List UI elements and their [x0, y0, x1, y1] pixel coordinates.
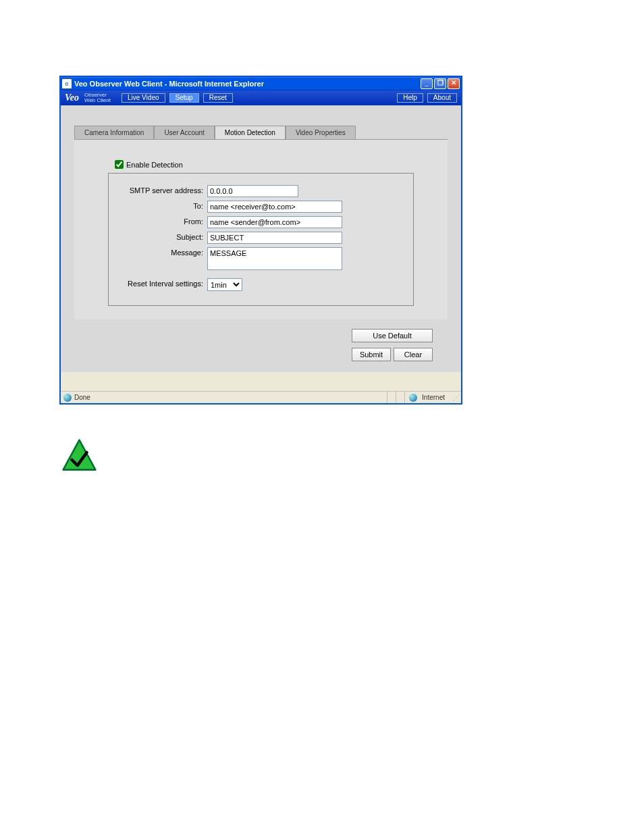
done-icon — [63, 394, 72, 402]
message-label: Message: — [119, 247, 207, 257]
submit-button[interactable]: Submit — [352, 348, 391, 361]
titlebar: e Veo Observer Web Client - Microsoft In… — [61, 77, 461, 90]
enable-detection-label: Enable Detection — [126, 161, 183, 169]
subject-label: Subject: — [119, 232, 207, 241]
window-title: Veo Observer Web Client - Microsoft Inte… — [74, 80, 421, 88]
enable-detection-row: Enable Detection — [115, 160, 414, 169]
tab-motion-detection[interactable]: Motion Detection — [215, 126, 286, 139]
from-label: From: — [119, 216, 207, 226]
internet-zone-icon — [409, 394, 417, 402]
subject-input[interactable] — [207, 232, 342, 244]
reset-button[interactable]: Reset — [203, 93, 233, 103]
action-buttons: Use Default Submit Clear — [74, 319, 448, 365]
help-button[interactable]: Help — [397, 93, 423, 103]
status-zone: Internet — [404, 392, 449, 403]
tab-video-properties[interactable]: Video Properties — [286, 126, 356, 139]
app-topbar: Veo Observer Web Client Live Video Setup… — [61, 90, 461, 105]
status-empty-2 — [396, 392, 404, 403]
setup-button[interactable]: Setup — [169, 93, 199, 103]
live-video-button[interactable]: Live Video — [122, 93, 165, 103]
ie-icon: e — [62, 79, 72, 88]
status-empty-1 — [387, 392, 396, 403]
veo-logo: Veo — [65, 93, 79, 103]
resize-grip-icon[interactable]: ⋰ — [449, 394, 458, 401]
close-button[interactable]: ✕ — [448, 78, 460, 89]
smtp-input[interactable] — [207, 185, 298, 197]
use-default-button[interactable]: Use Default — [352, 329, 433, 342]
to-input[interactable] — [207, 201, 342, 213]
checkmark-triangle-icon — [61, 438, 98, 475]
maximize-button[interactable]: ❐ — [434, 78, 446, 89]
from-input[interactable] — [207, 216, 342, 228]
clear-button[interactable]: Clear — [394, 348, 433, 361]
reset-interval-label: Reset Interval settings: — [119, 278, 207, 288]
status-done: Done — [74, 394, 90, 401]
tab-user-account[interactable]: User Account — [154, 126, 214, 139]
tabstrip: Camera Information User Account Motion D… — [74, 126, 448, 140]
window-controls: _ ❐ ✕ — [421, 78, 460, 89]
statusbar: Done Internet ⋰ — [61, 391, 461, 403]
browser-window: e Veo Observer Web Client - Microsoft In… — [59, 76, 462, 405]
minimize-button[interactable]: _ — [421, 78, 433, 89]
reset-interval-select[interactable]: 1min — [207, 278, 242, 291]
settings-fieldset: SMTP server address: To: From: Subject: … — [108, 173, 414, 306]
smtp-label: SMTP server address: — [119, 185, 207, 194]
veo-logo-sub: Observer Web Client — [84, 93, 117, 103]
about-button[interactable]: About — [427, 93, 457, 103]
content-area: Camera Information User Account Motion D… — [61, 105, 461, 372]
enable-detection-checkbox[interactable] — [115, 160, 124, 169]
message-textarea[interactable] — [207, 247, 342, 270]
to-label: To: — [119, 201, 207, 210]
tab-camera-information[interactable]: Camera Information — [74, 126, 154, 139]
motion-detection-panel: Enable Detection SMTP server address: To… — [74, 140, 448, 319]
